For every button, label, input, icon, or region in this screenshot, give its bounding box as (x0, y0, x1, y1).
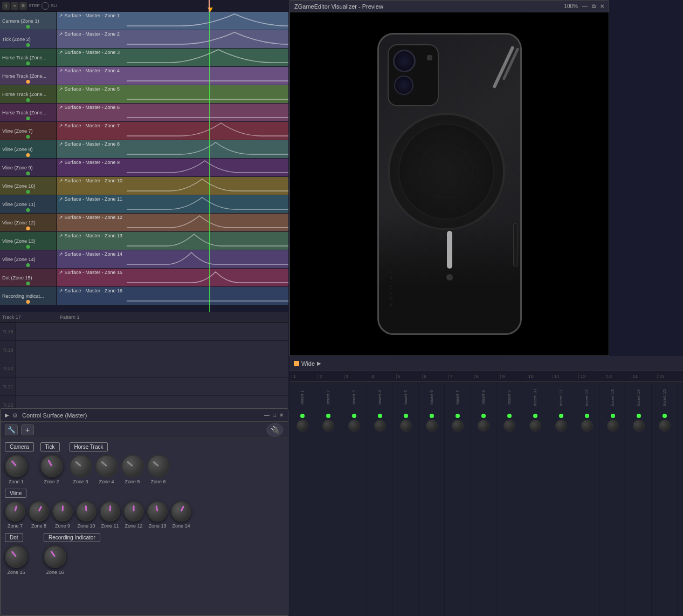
cs-title-icon-gear: ⚙ (12, 412, 19, 419)
channel-knob[interactable] (296, 420, 308, 432)
channel-active-dot (507, 414, 512, 418)
cs-group-recording-indicator-label: Recording Indicator (44, 533, 100, 542)
channel-knob[interactable] (478, 420, 489, 432)
channel-label: Insert 7 (455, 384, 460, 411)
playhead-line (209, 0, 210, 12)
cs-plus-btn[interactable]: + (21, 425, 34, 435)
mixer-expand-arrow[interactable]: ▶ (317, 360, 321, 366)
step-circle[interactable] (42, 2, 49, 10)
cs-wrench-btn[interactable]: 🔧 (5, 425, 18, 435)
toolbar-icon-step[interactable]: ⟨⟩ ≡ ⊞ (2, 2, 27, 10)
preview-minimize-btn[interactable]: — (582, 3, 588, 9)
extra-track-label: Tr.18 (0, 323, 16, 340)
cs-knob-zone15[interactable]: Zone 15 (5, 545, 27, 575)
channel-knob[interactable] (633, 420, 645, 432)
cs-knob-zone14[interactable]: Zone 14 (171, 501, 191, 529)
track-dot-8 (26, 153, 30, 157)
cs-titlebar: ▶ ⚙ Control Surface (Master) — □ ✕ (1, 409, 288, 422)
track-content-3: ↗ Surface - Master - Zone 3 (57, 49, 288, 66)
mixer-channel: Insert 10 (522, 382, 548, 616)
preview-controls: 100% — ⧉ ✕ (564, 3, 604, 10)
mixer-area: Wide ▶ 123456789101112131415 Insert 1Ins… (289, 356, 683, 616)
mixer-channels: Insert 1Insert 2Insert 3Insert 4Insert 5… (289, 382, 683, 616)
cs-knob-zone8[interactable]: Zone 8 (29, 501, 49, 529)
mixer-channel: Insert 1 (289, 382, 315, 616)
channel-knob[interactable] (555, 420, 567, 432)
track-label-7: Vline (Zone 7) (0, 122, 57, 140)
track-label-11: Vline (Zone 11) (0, 195, 57, 213)
channel-label: Insert 3 (351, 384, 356, 411)
cs-knob-zone5[interactable]: Zone 5 (121, 455, 144, 484)
preview-titlebar: ZGameEditor Visualizer - Preview 100% — … (290, 1, 609, 12)
channel-knob[interactable] (503, 420, 515, 432)
track-dot-15 (26, 282, 30, 285)
extra-track-content (16, 323, 288, 340)
cs-knob-zone7[interactable]: Zone 7 (5, 501, 25, 529)
channel-knob[interactable] (581, 420, 593, 432)
channel-active-dot (585, 414, 589, 418)
cs-group-recording-indicator: Recording Indicator Zone 16 (44, 533, 100, 575)
track-dot-3 (26, 61, 30, 65)
cs-content: Camera Zone 1 Tick (1, 438, 288, 579)
playhead-bar (57, 0, 288, 12)
track-label-16: Recording Indicat... (0, 287, 57, 305)
track-content-16: ↗ Surface - Master - Zone 16 (57, 287, 288, 305)
cs-maximize-btn[interactable]: □ (273, 412, 276, 418)
cs-knob-zone13[interactable]: Zone 13 (147, 501, 168, 529)
cs-knob-zone10[interactable]: Zone 10 (76, 501, 96, 529)
preview-close-btn[interactable]: ✕ (600, 3, 604, 9)
channel-knob[interactable] (426, 420, 438, 432)
channel-knob[interactable] (607, 420, 619, 432)
cs-knob-zone2[interactable]: Zone 2 (40, 455, 63, 484)
track-dot-11 (26, 208, 30, 212)
track-content-14: ↗ Surface - Master - Zone 14 (57, 250, 288, 268)
track-content-9: ↗ Surface - Master - Zone 9 (57, 159, 288, 176)
cs-knob-zone4[interactable]: Zone 4 (95, 455, 118, 484)
cs-knob-zone16[interactable]: Zone 16 (44, 545, 66, 575)
phone-bottom-section: NOTHING (379, 215, 520, 333)
channel-knob[interactable] (400, 420, 412, 432)
mixer-indicator (294, 361, 299, 366)
control-surface-panel: ▶ ⚙ Control Surface (Master) — □ ✕ 🔧 + 🔌… (0, 408, 288, 616)
track-row-13: Vline (Zone 13)↗ Surface - Master - Zone… (0, 232, 288, 250)
track-17-row: Track 17 Pattern 1 (0, 312, 288, 323)
ruler-mark: 12 (578, 374, 604, 379)
cs-plugin-btn[interactable]: 🔌 (266, 423, 284, 437)
channel-knob[interactable] (452, 420, 464, 432)
cs-knob-zone9[interactable]: Zone 9 (52, 501, 73, 529)
channel-knob[interactable] (348, 420, 360, 432)
cs-title-arrow[interactable]: ▶ (5, 412, 9, 418)
channel-knob[interactable] (529, 420, 541, 432)
channel-label: Insert 6 (429, 384, 434, 411)
track-content-8: ↗ Surface - Master - Zone 8 (57, 140, 288, 158)
indicator-bar (447, 231, 452, 269)
cs-knob-zone12[interactable]: Zone 12 (123, 501, 144, 529)
cs-knob-zone1[interactable]: Zone 1 (5, 455, 27, 484)
ruler-mark: 2 (318, 374, 343, 379)
ruler-mark: 5 (396, 374, 422, 379)
cs-close-btn[interactable]: ✕ (279, 412, 284, 418)
cs-knob-zone11[interactable]: Zone 11 (100, 501, 120, 529)
track-content-12: ↗ Surface - Master - Zone 12 (57, 214, 288, 231)
track-content-2: ↗ Surface - Master - Zone 2 (57, 30, 288, 48)
extra-track-row: Tr.18 (0, 323, 288, 341)
preview-zoom: 100% (564, 3, 578, 9)
cs-knob-zone6[interactable]: Zone 6 (147, 455, 170, 484)
cs-minimize-btn[interactable]: — (264, 412, 270, 418)
mixer-channel: Insert 15 (652, 382, 678, 616)
track-dot-9 (26, 172, 30, 175)
mixer-channel: Insert 14 (626, 382, 652, 616)
cs-row-3: Dot Zone 15 Recording Indicator (5, 533, 284, 575)
accent-line-1 (492, 46, 514, 89)
channel-knob[interactable] (374, 420, 386, 432)
channel-label: Insert 11 (558, 384, 563, 411)
cs-toolbar: 🔧 + 🔌 (1, 422, 288, 438)
channel-knob[interactable] (659, 420, 671, 432)
preview-restore-btn[interactable]: ⧉ (592, 3, 596, 10)
preview-content: NOTHING (290, 12, 609, 355)
channel-knob[interactable] (322, 420, 334, 432)
ruler-mark: 11 (553, 374, 578, 379)
cs-knob-zone3[interactable]: Zone 3 (70, 455, 92, 484)
track-row-8: Vline (Zone 8)↗ Surface - Master - Zone … (0, 140, 288, 159)
extra-track-row: Tr.20 (0, 359, 288, 378)
